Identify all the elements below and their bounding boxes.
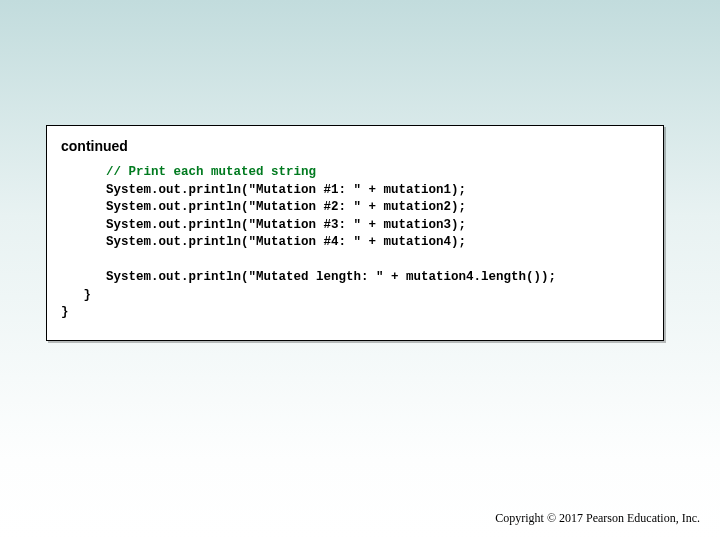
code-line-2: System.out.println("Mutation #2: " + mut… [106, 200, 466, 214]
code-indent [61, 183, 106, 197]
code-line-3: System.out.println("Mutation #3: " + mut… [106, 218, 466, 232]
copyright-notice: Copyright © 2017 Pearson Education, Inc. [495, 511, 700, 526]
heading-continued: continued [61, 138, 649, 154]
code-indent [61, 200, 106, 214]
code-line-5: System.out.println("Mutated length: " + … [106, 270, 556, 284]
code-indent [61, 288, 84, 302]
code-line-1: System.out.println("Mutation #1: " + mut… [106, 183, 466, 197]
code-comment: // Print each mutated string [106, 165, 316, 179]
code-indent [61, 165, 106, 179]
code-indent [61, 270, 106, 284]
code-block: // Print each mutated string System.out.… [61, 164, 649, 322]
code-line-4: System.out.println("Mutation #4: " + mut… [106, 235, 466, 249]
code-indent [61, 218, 106, 232]
code-box: continued // Print each mutated string S… [46, 125, 664, 341]
code-close-brace-outer: } [61, 305, 69, 319]
code-close-brace-inner: } [84, 288, 92, 302]
code-indent [61, 235, 106, 249]
